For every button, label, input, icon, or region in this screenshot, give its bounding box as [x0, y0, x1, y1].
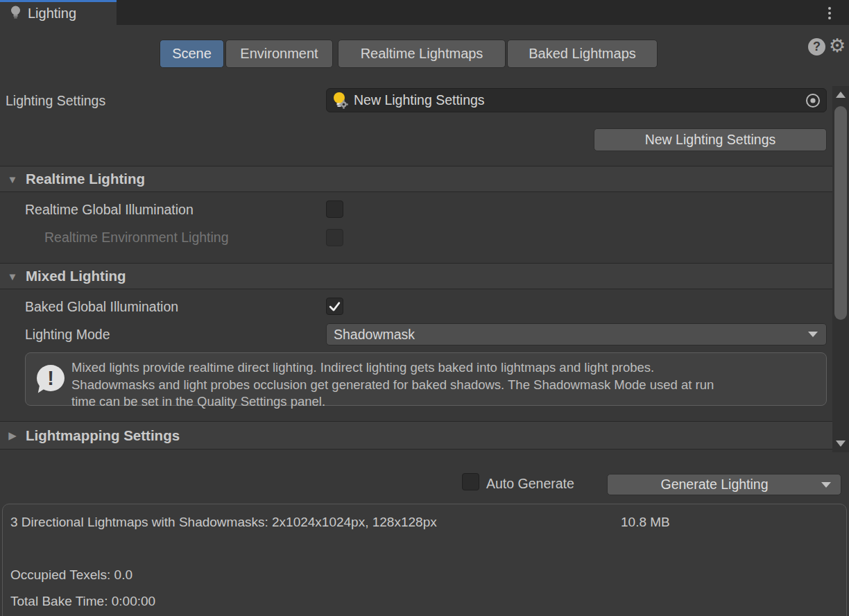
tab-strip: Lighting: [0, 0, 849, 25]
baked-gi-label: Baked Global Illumination: [25, 299, 178, 315]
generate-lighting-button[interactable]: Generate Lighting: [607, 474, 841, 495]
help-text: Mixed lights provide realtime direct lig…: [71, 359, 821, 411]
realtime-env-lighting-checkbox: [326, 229, 343, 246]
tab-baked-lightmaps-label: Baked Lightmaps: [529, 46, 636, 62]
generate-lighting-button-label: Generate Lighting: [608, 477, 821, 493]
kebab-menu-icon[interactable]: [824, 5, 835, 22]
section-title: Lightmapping Settings: [26, 427, 180, 444]
baked-gi-checkbox[interactable]: [326, 298, 343, 315]
chevron-down-icon: [821, 482, 831, 488]
lighting-asset-icon: [332, 92, 349, 110]
realtime-gi-checkbox[interactable]: [326, 200, 343, 218]
help-text-line: Mixed lights provide realtime direct lig…: [71, 359, 821, 377]
scroll-down-icon[interactable]: [836, 440, 846, 447]
lightbulb-icon: [10, 5, 22, 23]
lighting-window: Lighting Scene Environment Realtime Ligh…: [0, 0, 849, 616]
summary-lightmaps-text: 3 Directional Lightmaps with Shadowmasks…: [10, 515, 437, 530]
gear-icon[interactable]: ⚙: [829, 33, 846, 58]
lighting-settings-object-field[interactable]: New Lighting Settings: [326, 88, 827, 112]
help-circle-icon[interactable]: ?: [808, 38, 825, 55]
mixed-lighting-help-box: ! Mixed lights provide realtime direct l…: [25, 352, 827, 406]
tab-scene-label: Scene: [172, 46, 212, 62]
lighting-mode-value: Shadowmask: [334, 327, 808, 343]
summary-total-bake-time: Total Bake Time: 0:00:00: [10, 594, 155, 609]
vertical-scrollbar[interactable]: [832, 86, 849, 452]
section-title: Mixed Lighting: [26, 268, 126, 284]
foldout-open-icon: ▼: [3, 173, 22, 185]
summary-size: 10.8 MB: [621, 515, 670, 530]
tab-scene[interactable]: Scene: [160, 40, 224, 68]
tab-environment-label: Environment: [240, 46, 318, 62]
help-text-line: Shadowmasks and light probes occlusion g…: [71, 377, 821, 394]
lighting-mode-dropdown[interactable]: Shadowmask: [326, 323, 827, 345]
tab-lighting[interactable]: Lighting: [0, 0, 117, 25]
section-title: Realtime Lighting: [26, 171, 145, 187]
foldout-closed-icon: ▶: [3, 429, 22, 442]
chevron-down-icon: [808, 332, 818, 337]
section-header-mixed-lighting[interactable]: ▼ Mixed Lighting: [0, 263, 832, 289]
new-lighting-settings-button[interactable]: New Lighting Settings: [594, 128, 827, 151]
new-lighting-settings-button-label: New Lighting Settings: [645, 132, 776, 148]
tab-realtime-lightmaps-label: Realtime Lightmaps: [361, 46, 483, 62]
tab-environment[interactable]: Environment: [225, 40, 333, 68]
section-header-realtime-lighting[interactable]: ▼ Realtime Lighting: [0, 166, 832, 192]
scrollbar-thumb[interactable]: [834, 106, 847, 320]
lighting-settings-value: New Lighting Settings: [354, 92, 800, 108]
summary-occupied-texels: Occupied Texels: 0.0: [10, 567, 132, 583]
tab-baked-lightmaps[interactable]: Baked Lightmaps: [507, 40, 658, 68]
info-bubble-icon: !: [37, 365, 65, 391]
scroll-up-icon[interactable]: [836, 92, 846, 98]
realtime-gi-label: Realtime Global Illumination: [25, 202, 194, 218]
section-header-lightmapping-settings[interactable]: ▶ Lightmapping Settings: [0, 421, 832, 450]
realtime-env-lighting-label: Realtime Environment Lighting: [44, 230, 229, 246]
bake-summary-panel: 3 Directional Lightmaps with Shadowmasks…: [2, 504, 847, 616]
tab-realtime-lightmaps[interactable]: Realtime Lightmaps: [338, 40, 506, 68]
auto-generate-checkbox[interactable]: [462, 473, 479, 490]
lighting-settings-label: Lighting Settings: [6, 93, 105, 109]
help-text-line: time can be set in the Quality Settings …: [71, 393, 821, 411]
object-picker-icon[interactable]: [800, 89, 826, 112]
foldout-open-icon: ▼: [3, 271, 22, 282]
lighting-mode-label: Lighting Mode: [25, 327, 110, 343]
auto-generate-label: Auto Generate: [486, 476, 574, 492]
window-title: Lighting: [28, 6, 76, 22]
